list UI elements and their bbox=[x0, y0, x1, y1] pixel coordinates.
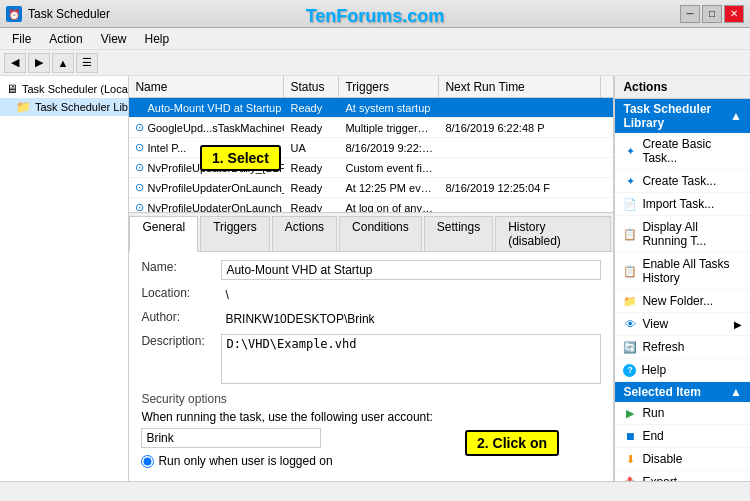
sidebar-library-label: Task Scheduler Library bbox=[35, 101, 128, 113]
task-row[interactable]: ⊙ GoogleUpd...sTaskMachineCore Ready Mul… bbox=[129, 118, 613, 138]
section-library-arrow: ▲ bbox=[730, 109, 742, 123]
action-label-disable: Disable bbox=[642, 452, 682, 466]
action-end[interactable]: ⏹ End bbox=[615, 425, 750, 448]
task-name-5: NvProfileUpdaterOnLaunch_R... bbox=[147, 202, 284, 214]
task-status-1: Ready bbox=[284, 121, 339, 135]
star-icon: ✦ bbox=[623, 144, 637, 158]
action-disable[interactable]: ⬇ Disable bbox=[615, 448, 750, 471]
up-button[interactable]: ▲ bbox=[52, 53, 74, 73]
action-label-import: Import Task... bbox=[642, 197, 714, 211]
task-row[interactable]: ⊙ NvProfileUpdaterOnLaunch_R... Ready At… bbox=[129, 198, 613, 213]
task-row[interactable]: ⊙ Auto-Mount VHD at Startup Ready At sys… bbox=[129, 98, 613, 118]
menu-bar: File Action View Help bbox=[0, 28, 750, 50]
radio-logged-on-input[interactable] bbox=[141, 455, 154, 468]
tab-actions[interactable]: Actions bbox=[272, 216, 337, 251]
task-name-1: GoogleUpd...sTaskMachineCore bbox=[147, 122, 284, 134]
folder-icon: 📁 bbox=[16, 100, 31, 114]
action-display-running[interactable]: 📋 Display All Running T... bbox=[615, 216, 750, 253]
action-create-task[interactable]: ✦ Create Task... bbox=[615, 170, 750, 193]
task-triggers-4: At 12:25 PM ever... bbox=[339, 181, 439, 195]
security-user-field[interactable] bbox=[141, 428, 321, 448]
name-label: Name: bbox=[141, 260, 221, 274]
tabs: General Triggers Actions Conditions Sett… bbox=[129, 213, 613, 252]
menu-help[interactable]: Help bbox=[137, 30, 178, 48]
sidebar-item-local[interactable]: 🖥 Task Scheduler (Local) bbox=[0, 80, 128, 98]
callout-2: 2. Click on bbox=[465, 430, 559, 456]
author-value: BRINKW10DESKTOP\Brink bbox=[221, 310, 601, 328]
name-field[interactable] bbox=[221, 260, 601, 280]
author-label: Author: bbox=[141, 310, 221, 324]
app-icon: ⏰ bbox=[6, 6, 22, 22]
action-help-library[interactable]: ? Help bbox=[615, 359, 750, 382]
description-field[interactable]: D:\VHD\Example.vhd bbox=[221, 334, 601, 384]
action-label-view: View bbox=[642, 317, 668, 331]
action-create-basic[interactable]: ✦ Create Basic Task... bbox=[615, 133, 750, 170]
window-title: Task Scheduler bbox=[28, 7, 110, 21]
maximize-button[interactable]: □ bbox=[702, 5, 722, 23]
create-icon: ✦ bbox=[623, 174, 637, 188]
col-header-nextrun[interactable]: Next Run Time bbox=[439, 76, 601, 97]
action-new-folder[interactable]: 📁 New Folder... bbox=[615, 290, 750, 313]
action-run[interactable]: ▶ Run bbox=[615, 402, 750, 425]
actions-section-selected: Selected Item ▲ bbox=[615, 382, 750, 402]
minimize-button[interactable]: ─ bbox=[680, 5, 700, 23]
location-value: \ bbox=[221, 286, 601, 304]
menu-file[interactable]: File bbox=[4, 30, 39, 48]
tab-conditions[interactable]: Conditions bbox=[339, 216, 422, 251]
callout-2-label: 2. Click on bbox=[477, 435, 547, 451]
col-header-status[interactable]: Status bbox=[284, 76, 339, 97]
tab-history[interactable]: History (disabled) bbox=[495, 216, 611, 251]
task-triggers-3: Custom event fil... bbox=[339, 161, 439, 175]
task-nextrun-1: 8/16/2019 6:22:48 P bbox=[439, 121, 613, 135]
newfolder-icon: 📁 bbox=[623, 294, 637, 308]
task-triggers-5: At log on of any ... bbox=[339, 201, 439, 214]
task-name-0: Auto-Mount VHD at Startup bbox=[147, 102, 281, 114]
import-icon: 📄 bbox=[623, 197, 637, 211]
sidebar: 🖥 Task Scheduler (Local) 📁 Task Schedule… bbox=[0, 76, 129, 481]
action-enable-history[interactable]: 📋 Enable All Tasks History bbox=[615, 253, 750, 290]
action-export[interactable]: 📤 Export... bbox=[615, 471, 750, 481]
security-title: Security options bbox=[141, 392, 601, 406]
action-refresh[interactable]: 🔄 Refresh bbox=[615, 336, 750, 359]
task-nextrun-5 bbox=[439, 207, 613, 209]
refresh-icon: 🔄 bbox=[623, 340, 637, 354]
action-label-run: Run bbox=[642, 406, 664, 420]
end-icon: ⏹ bbox=[623, 429, 637, 443]
tab-settings[interactable]: Settings bbox=[424, 216, 493, 251]
action-import[interactable]: 📄 Import Task... bbox=[615, 193, 750, 216]
tab-triggers[interactable]: Triggers bbox=[200, 216, 270, 251]
action-label-export: Export... bbox=[642, 475, 687, 481]
back-button[interactable]: ◀ bbox=[4, 53, 26, 73]
task-icon: ⊙ bbox=[135, 101, 144, 114]
menu-view[interactable]: View bbox=[93, 30, 135, 48]
tab-general[interactable]: General bbox=[129, 216, 198, 252]
actions-panel: Actions Task Scheduler Library ▲ ✦ Creat… bbox=[614, 76, 750, 481]
menu-action[interactable]: Action bbox=[41, 30, 90, 48]
task-icon: ⊙ bbox=[135, 141, 144, 154]
actions-title: Actions bbox=[615, 76, 750, 99]
action-label-newfolder: New Folder... bbox=[642, 294, 713, 308]
section-library-label: Task Scheduler Library bbox=[623, 102, 730, 130]
section-selected-arrow: ▲ bbox=[730, 385, 742, 399]
show-hide-button[interactable]: ☰ bbox=[76, 53, 98, 73]
action-view[interactable]: 👁 View ▶ bbox=[615, 313, 750, 336]
task-list-header: Name Status Triggers Next Run Time bbox=[129, 76, 613, 98]
list-icon: 📋 bbox=[623, 227, 637, 241]
center-panel: Name Status Triggers Next Run Time ⊙ Aut… bbox=[129, 76, 614, 481]
close-button[interactable]: ✕ bbox=[724, 5, 744, 23]
sidebar-item-library[interactable]: 📁 Task Scheduler Library bbox=[0, 98, 128, 116]
col-header-name[interactable]: Name bbox=[129, 76, 284, 97]
history-icon: 📋 bbox=[623, 264, 637, 278]
task-icon: ⊙ bbox=[135, 181, 144, 194]
radio-logged-on: Run only when user is logged on bbox=[141, 454, 601, 468]
action-label-create-basic: Create Basic Task... bbox=[642, 137, 742, 165]
col-header-triggers[interactable]: Triggers bbox=[339, 76, 439, 97]
task-row[interactable]: ⊙ NvProfileUpdaterOnLaunch_{B... Ready A… bbox=[129, 178, 613, 198]
view-icon: 👁 bbox=[623, 317, 637, 331]
task-status-0: Ready bbox=[284, 101, 339, 115]
task-nextrun-0 bbox=[439, 107, 613, 109]
action-label-history: Enable All Tasks History bbox=[642, 257, 742, 285]
forward-button[interactable]: ▶ bbox=[28, 53, 50, 73]
disable-icon: ⬇ bbox=[623, 452, 637, 466]
task-nextrun-3 bbox=[439, 167, 613, 169]
